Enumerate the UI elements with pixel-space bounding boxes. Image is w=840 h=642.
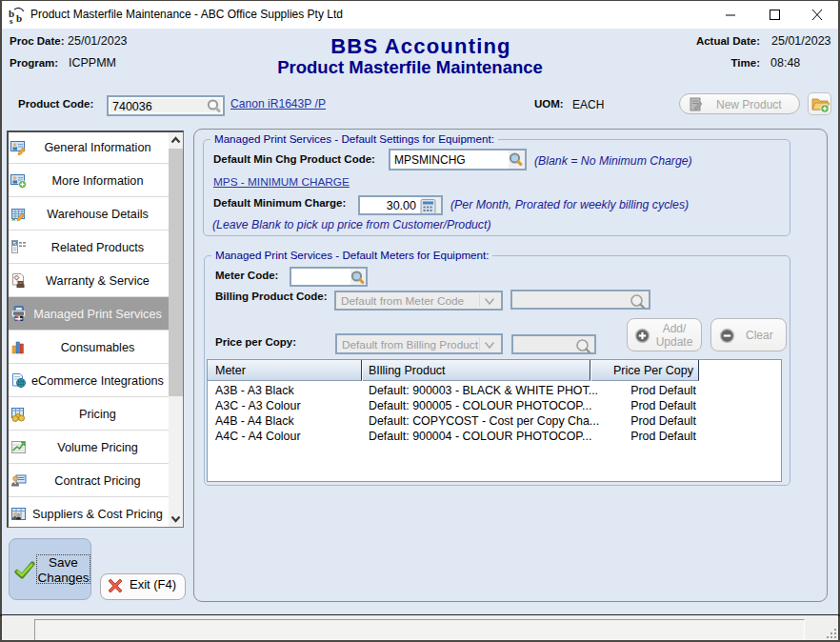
svg-text:b: b [16, 12, 22, 24]
svg-text:s: s [10, 16, 13, 25]
